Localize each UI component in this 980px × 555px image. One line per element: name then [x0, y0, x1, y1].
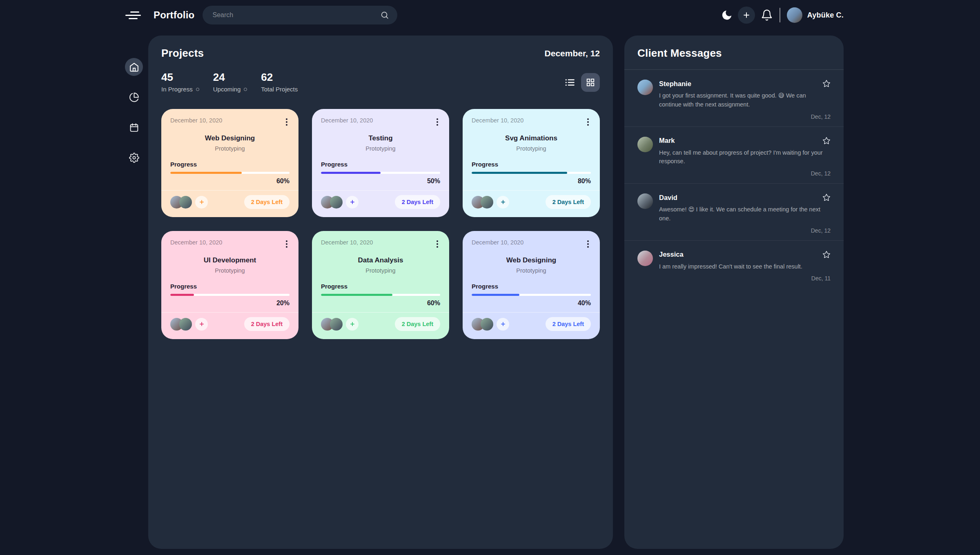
participant-avatar	[330, 318, 343, 331]
project-subtitle: Prototyping	[170, 145, 290, 152]
project-card-footer: 2 Days Left	[463, 190, 600, 209]
more-options-button[interactable]	[284, 117, 290, 127]
participants	[472, 196, 509, 209]
search-input[interactable]	[212, 11, 380, 19]
menu-button[interactable]	[125, 8, 141, 22]
app-content: Projects December, 12 45 In Progress 24	[125, 36, 844, 549]
project-boxes-grid: December 10, 2020 Web Designing Prototyp…	[161, 109, 600, 339]
list-view-button[interactable]	[565, 77, 575, 88]
current-date: December, 12	[545, 49, 600, 58]
home-icon	[129, 62, 139, 72]
message-item[interactable]: Stephanie I got your first assignment. I…	[624, 70, 844, 127]
message-date: Dec, 12	[659, 170, 831, 177]
grid-icon	[586, 78, 595, 87]
avatar	[637, 193, 653, 209]
header-divider	[780, 8, 780, 22]
plus-icon	[350, 199, 355, 205]
search-icon	[380, 11, 389, 20]
add-participant-button[interactable]	[195, 196, 208, 209]
vertical-dots-icon	[285, 118, 288, 126]
app-container: Portfolio	[125, 0, 844, 555]
project-card-footer: 2 Days Left	[463, 312, 600, 331]
profile-button[interactable]: Aybüke C.	[787, 7, 844, 23]
participant-avatar	[330, 196, 343, 209]
projects-status-row: 45 In Progress 24 Upcoming	[161, 72, 600, 93]
project-date: December 10, 2020	[321, 239, 373, 246]
sidebar-item-home[interactable]	[125, 58, 143, 76]
more-options-button[interactable]	[284, 239, 290, 249]
project-card-footer: 2 Days Left	[161, 190, 298, 209]
notification-button[interactable]	[761, 9, 773, 21]
vertical-dots-icon	[436, 240, 439, 248]
message-text: Hey, can tell me about progress of proje…	[659, 149, 831, 166]
progress-percentage: 50%	[321, 178, 440, 185]
status-dot-icon	[196, 88, 199, 91]
project-title: Web Designing	[170, 134, 290, 142]
project-date: December 10, 2020	[472, 117, 523, 124]
star-button[interactable]	[822, 80, 831, 88]
add-participant-button[interactable]	[497, 318, 509, 331]
days-left-badge: 2 Days Left	[244, 195, 290, 209]
plus-icon	[199, 199, 205, 205]
progress-bar-fill	[472, 172, 567, 174]
project-card-footer: 2 Days Left	[312, 190, 449, 209]
project-subtitle: Prototyping	[472, 145, 591, 152]
vertical-dots-icon	[587, 240, 589, 248]
project-card: December 10, 2020 UI Development Prototy…	[161, 231, 298, 339]
progress-bar	[472, 294, 591, 296]
participants	[321, 196, 359, 209]
avatar	[637, 251, 653, 266]
plus-icon	[199, 321, 205, 327]
message-text: Awesome! 😍 I like it. We can schedule a …	[659, 205, 831, 223]
progress-bar	[170, 172, 290, 174]
more-options-button[interactable]	[434, 117, 440, 127]
dark-mode-toggle[interactable]	[721, 9, 733, 21]
progress-bar-fill	[472, 294, 519, 296]
progress-label: Progress	[321, 283, 440, 290]
project-card-header: December 10, 2020	[472, 239, 591, 249]
project-subtitle: Prototyping	[321, 145, 440, 152]
days-left-badge: 2 Days Left	[546, 317, 591, 331]
message-item[interactable]: Jessica I am really impressed! Can't wai…	[624, 241, 844, 289]
progress-percentage: 40%	[472, 300, 591, 307]
star-button[interactable]	[822, 251, 831, 259]
progress-label: Progress	[321, 161, 440, 168]
project-date: December 10, 2020	[170, 239, 222, 246]
star-button[interactable]	[822, 137, 831, 145]
more-options-button[interactable]	[585, 117, 591, 127]
message-item[interactable]: David Awesome! 😍 I like it. We can sched…	[624, 184, 844, 241]
add-button[interactable]	[738, 7, 755, 24]
message-body: Stephanie I got your first assignment. I…	[659, 80, 831, 120]
message-body: David Awesome! 😍 I like it. We can sched…	[659, 193, 831, 234]
progress-bar	[321, 294, 440, 296]
message-date: Dec, 12	[659, 227, 831, 234]
star-button[interactable]	[822, 193, 831, 202]
participant-avatar	[179, 318, 192, 331]
more-options-button[interactable]	[434, 239, 440, 249]
add-participant-button[interactable]	[497, 196, 509, 209]
progress-label: Progress	[472, 161, 591, 168]
plus-icon	[500, 199, 506, 205]
more-options-button[interactable]	[585, 239, 591, 249]
header-actions: Aybüke C.	[721, 7, 844, 24]
page-title: Projects	[161, 47, 204, 60]
message-item[interactable]: Mark Hey, can tell me about progress of …	[624, 127, 844, 184]
messages-list: Stephanie I got your first assignment. I…	[624, 70, 844, 288]
project-stat: 24 Upcoming	[213, 72, 247, 93]
star-icon	[822, 80, 831, 88]
progress-bar-fill	[321, 294, 392, 296]
project-subtitle: Prototyping	[321, 267, 440, 274]
add-participant-button[interactable]	[346, 196, 359, 209]
add-participant-button[interactable]	[346, 318, 359, 331]
days-left-badge: 2 Days Left	[395, 195, 440, 209]
sidebar-item-analytics[interactable]	[125, 88, 143, 106]
sidebar-item-settings[interactable]	[125, 149, 143, 166]
progress-label: Progress	[170, 283, 290, 290]
bell-icon	[761, 9, 773, 21]
list-icon	[565, 77, 575, 88]
add-participant-button[interactable]	[195, 318, 208, 331]
sidebar-item-calendar[interactable]	[125, 118, 143, 136]
project-date: December 10, 2020	[170, 117, 222, 124]
grid-view-button[interactable]	[581, 73, 600, 92]
gear-icon	[129, 153, 139, 163]
